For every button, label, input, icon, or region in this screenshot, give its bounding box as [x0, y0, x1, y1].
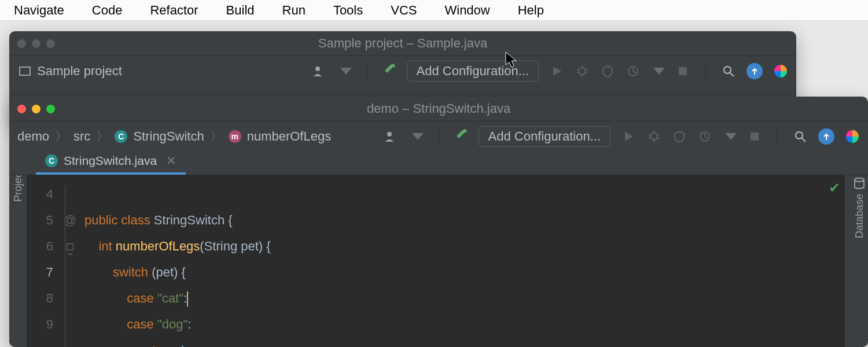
ide-logo-icon[interactable]: [845, 129, 860, 144]
crumb-src[interactable]: src: [73, 129, 90, 144]
class-badge-icon: C: [45, 154, 58, 167]
ide-logo-icon[interactable]: [773, 64, 788, 79]
build-icon[interactable]: [454, 128, 468, 145]
fold-icon[interactable]: [67, 243, 73, 250]
svg-point-1: [315, 67, 320, 71]
database-rail-icon: [854, 178, 865, 189]
svg-line-5: [577, 69, 579, 70]
breadcrumb: demo〉 src〉 C StringSwitch〉 m numberOfLeg…: [17, 128, 331, 145]
debug-icon[interactable]: [646, 129, 661, 144]
svg-rect-10: [679, 67, 687, 75]
class-badge-icon: C: [115, 130, 127, 143]
menu-window[interactable]: Window: [431, 3, 503, 18]
svg-line-12: [730, 73, 734, 76]
menu-navigate[interactable]: Navigate: [0, 3, 78, 18]
menu-refactor[interactable]: Refactor: [136, 3, 212, 18]
svg-point-13: [387, 132, 392, 136]
menu-build[interactable]: Build: [212, 3, 269, 18]
tab-label: StringSwitch.java: [64, 154, 157, 168]
user-icon[interactable]: [384, 129, 399, 144]
traffic-min[interactable]: [32, 39, 41, 48]
menu-vcs[interactable]: VCS: [377, 3, 431, 18]
user-icon[interactable]: [312, 64, 328, 79]
menu-help[interactable]: Help: [504, 3, 558, 18]
traffic-close[interactable]: [17, 105, 26, 113]
database-rail-label: Database: [854, 194, 866, 238]
stop-icon[interactable]: [747, 129, 762, 144]
code-content[interactable]: public class StringSwitch { int numberOf…: [79, 175, 845, 347]
traffic-max[interactable]: [46, 39, 55, 48]
close-tab-icon[interactable]: ✕: [166, 154, 176, 168]
svg-point-14: [650, 133, 657, 140]
line-gutter: 456789: [27, 175, 61, 347]
add-configuration-button[interactable]: Add Configuration...: [407, 61, 539, 82]
tab-stringswitch[interactable]: C StringSwitch.java ✕: [36, 149, 186, 175]
search-icon[interactable]: [793, 129, 808, 144]
text-caret: [187, 291, 188, 307]
editor-tabstrip: C StringSwitch.java ✕: [9, 151, 868, 175]
profile-dropdown-icon[interactable]: [725, 133, 737, 140]
upload-icon[interactable]: [818, 128, 834, 145]
coverage-icon[interactable]: [672, 129, 687, 144]
crumb-demo[interactable]: demo: [17, 129, 49, 144]
traffic-close[interactable]: [17, 39, 26, 48]
system-menubar: Navigate Code Refactor Build Run Tools V…: [0, 0, 868, 21]
window-demo: demo – StringSwitch.java demo〉 src〉 C St…: [9, 97, 868, 347]
crumb-class[interactable]: StringSwitch: [133, 129, 204, 144]
svg-point-11: [724, 67, 731, 73]
menu-code[interactable]: Code: [78, 3, 137, 18]
profile-icon[interactable]: [697, 129, 712, 144]
svg-line-6: [586, 69, 587, 70]
svg-line-20: [657, 138, 659, 138]
left-toolwindow-rail[interactable]: Project: [9, 151, 27, 347]
svg-line-7: [577, 72, 579, 73]
svg-rect-0: [20, 67, 30, 75]
crumb-method[interactable]: numberOfLegs: [247, 129, 332, 144]
user-dropdown-icon[interactable]: [340, 68, 352, 75]
code-editor[interactable]: ✔ 456789 @ public class StringSwitch { i…: [27, 175, 845, 347]
stop-icon[interactable]: [675, 64, 690, 79]
menu-tools[interactable]: Tools: [319, 3, 377, 18]
svg-point-2: [579, 68, 586, 75]
gutter-marks: @: [61, 175, 79, 347]
traffic-min[interactable]: [32, 105, 41, 113]
project-icon: [17, 64, 32, 79]
add-configuration-button[interactable]: Add Configuration...: [479, 126, 610, 147]
menu-run[interactable]: Run: [269, 3, 319, 18]
svg-point-26: [855, 178, 864, 182]
traffic-max[interactable]: [46, 105, 55, 113]
project-name[interactable]: Sample project: [37, 64, 122, 79]
search-icon[interactable]: [721, 64, 736, 79]
svg-point-23: [796, 132, 803, 139]
run-icon[interactable]: [621, 129, 636, 144]
run-icon[interactable]: [549, 64, 564, 79]
right-toolwindow-rail[interactable]: ⋮ Database: [851, 151, 868, 347]
coverage-icon[interactable]: [600, 64, 615, 79]
svg-line-8: [586, 72, 587, 73]
profile-icon[interactable]: [626, 64, 641, 79]
svg-line-24: [802, 138, 806, 142]
svg-line-17: [649, 135, 650, 135]
user-dropdown-icon[interactable]: [412, 133, 424, 140]
svg-rect-22: [751, 132, 759, 141]
method-badge-icon: m: [229, 130, 241, 143]
build-icon[interactable]: [382, 62, 396, 80]
profile-dropdown-icon[interactable]: [653, 68, 665, 75]
svg-line-18: [657, 135, 659, 135]
annotation-icon[interactable]: @: [61, 207, 79, 233]
debug-icon[interactable]: [575, 64, 590, 79]
window-title: demo – StringSwitch.java: [367, 101, 510, 116]
upload-icon[interactable]: [746, 63, 763, 79]
svg-line-19: [649, 138, 650, 138]
window-title: Sample project – Sample.java: [318, 36, 487, 51]
